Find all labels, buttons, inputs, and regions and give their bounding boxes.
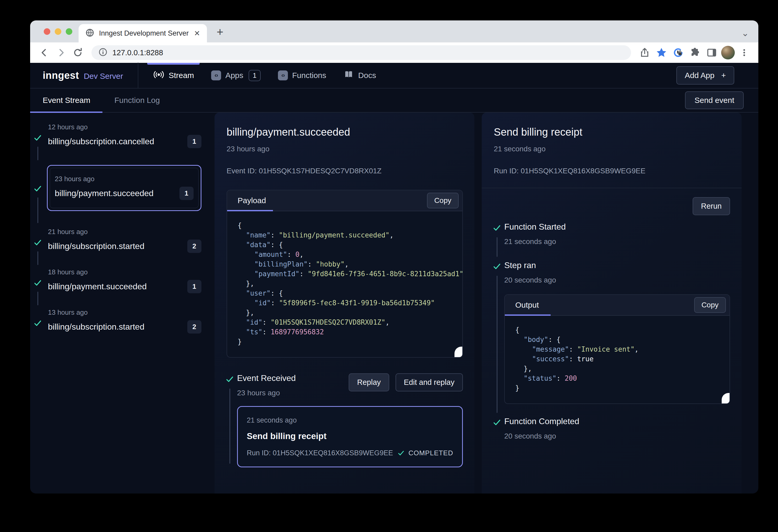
check-icon — [492, 224, 501, 234]
main-content: 12 hours ago billing/subscription.cancel… — [30, 112, 758, 494]
nav-item-label: Functions — [292, 71, 326, 80]
profile-avatar[interactable] — [721, 46, 735, 60]
nav-item-label: Apps — [225, 71, 243, 80]
function-run-card[interactable]: 21 seconds ago Send billing receipt Run … — [237, 406, 463, 467]
check-icon — [492, 262, 501, 272]
payload-card: Payload Copy {"name": "billing/payment.s… — [227, 190, 463, 358]
run-status-badge: COMPLETED — [397, 449, 453, 457]
url-bar[interactable]: 127.0.0.1:8288 — [91, 45, 631, 60]
run-title: Send billing receipt — [494, 126, 730, 138]
back-icon[interactable] — [37, 45, 52, 60]
forward-icon[interactable] — [54, 45, 68, 60]
maximize-window-button[interactable] — [66, 28, 72, 35]
event-received-label: Event Received — [237, 373, 296, 383]
event-item-time: 13 hours ago — [48, 308, 202, 317]
app-logo[interactable]: inngest Dev Server — [30, 70, 138, 81]
nav-item-apps[interactable]: ‹› Apps 1 — [204, 63, 268, 88]
tab-event-stream[interactable]: Event Stream — [30, 96, 90, 105]
code-line: "user": { — [232, 288, 457, 298]
event-stream-sidebar: 12 hours ago billing/subscription.cancel… — [30, 112, 207, 494]
code-line: "ts": 1689776956832 — [232, 327, 457, 337]
event-count-badge: 1 — [179, 187, 193, 200]
nav-item-label: Docs — [358, 71, 376, 80]
code-line: } — [510, 383, 724, 393]
payload-tab[interactable]: Payload — [227, 190, 266, 211]
page-corner-decoration — [455, 347, 462, 357]
event-item-name: billing/subscription.cancelled — [48, 137, 187, 146]
event-list-item[interactable]: 13 hours ago billing/subscription.starte… — [30, 308, 205, 349]
nav-item-stream[interactable]: Stream — [146, 63, 202, 88]
minimize-window-button[interactable] — [55, 28, 61, 35]
tab-function-log[interactable]: Function Log — [90, 96, 160, 105]
add-app-button[interactable]: Add App + — [676, 66, 734, 85]
book-icon — [343, 69, 354, 82]
payload-json[interactable]: {"name": "billing/payment.succeeded","da… — [227, 211, 462, 357]
code-line: { — [510, 325, 724, 335]
privacy-extension-icon[interactable] — [671, 45, 686, 60]
replay-button[interactable]: Replay — [348, 373, 389, 391]
reload-icon[interactable] — [70, 45, 85, 60]
event-item-time: 12 hours ago — [48, 123, 202, 131]
code-box-icon: ‹› — [278, 70, 288, 80]
bookmark-star-icon[interactable] — [654, 45, 669, 60]
output-card-header: Output Copy — [505, 295, 729, 316]
browser-tab[interactable]: Inngest Development Server ✕ — [79, 24, 207, 42]
code-line: "id": "5f8996f5-fec8-43f1-9919-ba56d1b75… — [232, 298, 457, 308]
edit-and-replay-button[interactable]: Edit and replay — [396, 373, 463, 391]
window-controls[interactable] — [44, 28, 72, 35]
event-list-item[interactable]: 12 hours ago billing/subscription.cancel… — [30, 123, 205, 163]
apps-count-badge: 1 — [249, 70, 261, 81]
run-time: 21 seconds ago — [494, 145, 730, 153]
event-item-name: billing/payment.succeeded — [48, 282, 187, 291]
code-line: }, — [232, 279, 457, 288]
event-item-time: 18 hours ago — [48, 268, 202, 276]
send-event-button[interactable]: Send event — [685, 91, 744, 109]
close-tab-icon[interactable]: ✕ — [194, 29, 200, 38]
run-card-title: Send billing receipt — [247, 431, 453, 441]
code-line: "id": "01H5SQK1S7HDESQ2C7VD8RX01Z", — [232, 318, 457, 327]
output-tab[interactable]: Output — [505, 295, 539, 315]
event-list-item[interactable]: 21 hours ago billing/subscription.starte… — [30, 228, 205, 268]
share-icon[interactable] — [637, 45, 652, 60]
rerun-button[interactable]: Rerun — [693, 197, 730, 215]
kebab-menu-icon[interactable] — [737, 45, 752, 60]
dev-server-label: Dev Server — [84, 72, 123, 81]
output-json[interactable]: {"body": {"message": "Invoice sent","suc… — [505, 316, 729, 404]
event-received-row: Event Received 23 hours ago Replay Edit … — [222, 373, 463, 467]
timeline-connector — [37, 292, 38, 305]
nav-item-label: Stream — [169, 71, 194, 80]
copy-output-button[interactable]: Copy — [694, 297, 726, 313]
event-item-name: billing/subscription.started — [48, 322, 187, 332]
browser-window: Inngest Development Server ✕ + ⌄ 127.0.0… — [30, 20, 758, 494]
nav-divider — [138, 63, 138, 88]
code-line: }, — [510, 364, 724, 374]
event-list-item[interactable]: 18 hours ago billing/payment.succeeded 1 — [30, 268, 205, 308]
event-count-badge: 2 — [187, 240, 202, 253]
extensions-puzzle-icon[interactable] — [688, 45, 702, 60]
side-panel-icon[interactable] — [704, 45, 719, 60]
close-window-button[interactable] — [44, 28, 50, 35]
nav-item-docs[interactable]: Docs — [336, 63, 383, 88]
copy-payload-button[interactable]: Copy — [427, 193, 459, 208]
event-item-time: 23 hours ago — [55, 175, 193, 183]
add-app-label: Add App — [685, 71, 714, 80]
event-list-item[interactable]: 23 hours ago billing/payment.succeeded 1 — [30, 165, 205, 226]
selected-event-card[interactable]: 23 hours ago billing/payment.succeeded 1 — [47, 165, 202, 211]
tab-search-chevron-icon[interactable]: ⌄ — [742, 28, 749, 38]
nav-item-functions[interactable]: ‹› Functions — [270, 63, 333, 88]
step-label: Step ran — [504, 261, 730, 270]
step-label: Function Started — [504, 222, 730, 232]
run-id: Run ID: 01H5SQK1XEQ816X8GSB9WEG9EE — [494, 167, 730, 175]
step-time: 21 seconds ago — [504, 238, 730, 246]
event-item-name: billing/payment.succeeded — [55, 188, 179, 198]
code-line: "success": true — [510, 354, 724, 364]
url-text[interactable]: 127.0.0.1:8288 — [112, 49, 163, 57]
new-tab-button[interactable]: + — [217, 26, 223, 38]
payload-card-header: Payload Copy — [227, 190, 462, 211]
app-top-nav: inngest Dev Server Stream ‹› Apps 1 ‹› — [30, 63, 758, 88]
page-corner-decoration — [722, 393, 729, 404]
check-icon — [492, 418, 501, 428]
event-title: billing/payment.succeeded — [227, 126, 463, 138]
site-info-icon[interactable] — [98, 48, 108, 58]
nav-items: Stream ‹› Apps 1 ‹› Functions Docs — [146, 63, 384, 88]
